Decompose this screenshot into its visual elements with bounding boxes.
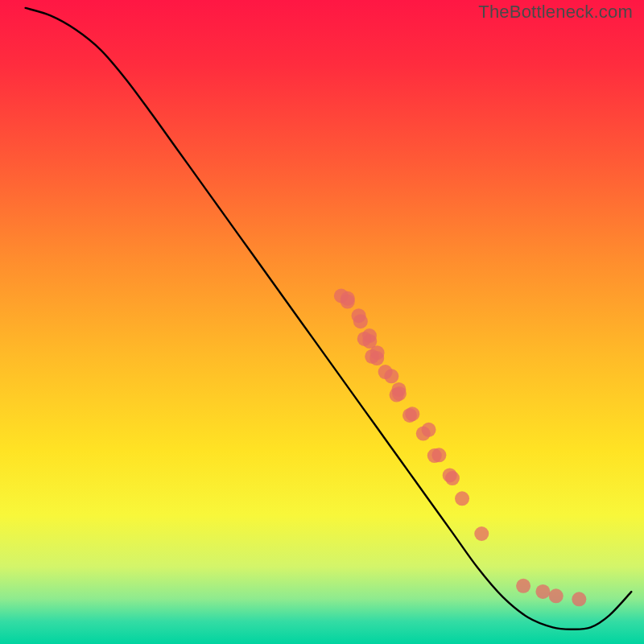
data-point (353, 314, 368, 328)
attribution-text: TheBottleneck.com (478, 2, 633, 23)
data-point (369, 351, 384, 365)
bottleneck-chart: TheBottleneck.com (0, 0, 644, 644)
data-point (474, 526, 489, 541)
chart-svg (0, 0, 644, 644)
data-point (516, 579, 530, 593)
data-point (341, 295, 355, 309)
data-point (384, 369, 398, 383)
data-point (443, 468, 457, 482)
data-point (427, 448, 442, 463)
gradient-background (0, 0, 644, 644)
data-point (405, 407, 419, 421)
data-point (572, 592, 586, 606)
data-point (422, 423, 436, 437)
data-point (392, 386, 407, 401)
data-point (549, 588, 564, 603)
data-point (455, 491, 469, 506)
data-point (535, 584, 550, 599)
